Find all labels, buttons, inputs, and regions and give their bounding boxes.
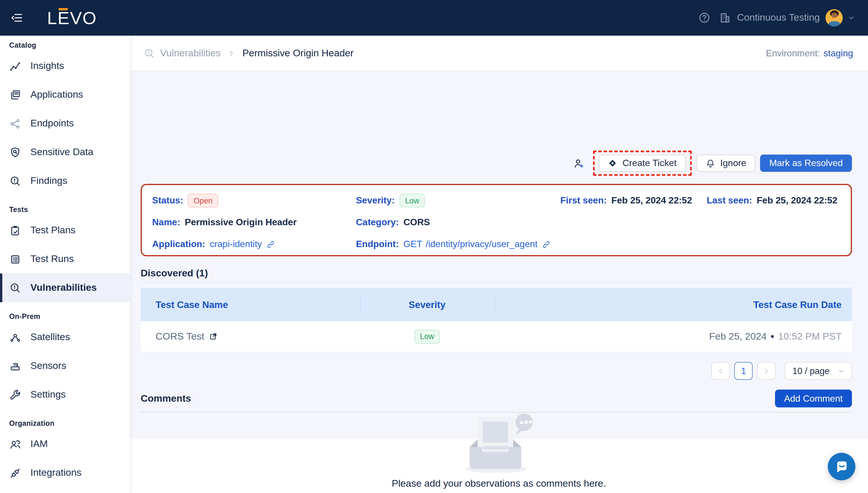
endpoint-path-link[interactable]: /identity/privacy/user_agent <box>426 239 538 249</box>
empty-inbox-illustration <box>456 414 542 473</box>
sidebar-item-settings[interactable]: Settings <box>0 380 130 409</box>
integrations-plug-icon <box>9 467 21 479</box>
severity-badge: Low <box>399 194 425 208</box>
sidebar-item-label: Test Plans <box>30 225 75 236</box>
chat-launcher-button[interactable] <box>828 453 855 480</box>
application-label: Application: <box>152 239 205 249</box>
sidebar-item-label: Sensitive Data <box>30 147 93 158</box>
table-row[interactable]: CORS Test Low Feb 25, 2024•10:52 PM PST <box>141 321 852 352</box>
run-time: 10:52 PM PST <box>778 331 842 342</box>
logo-text: LEVO <box>47 8 97 28</box>
breadcrumb-current: Permissive Origin Header <box>242 47 353 59</box>
sidebar-item-notifications[interactable]: Notifications <box>0 487 130 493</box>
ignore-button[interactable]: Ignore <box>696 154 755 172</box>
environment-value[interactable]: staging <box>823 48 853 58</box>
next-page-button[interactable] <box>757 362 776 380</box>
environment-label: Environment: <box>766 48 820 58</box>
last-seen-label: Last seen: <box>707 195 752 206</box>
pagination: 1 10 / page <box>712 362 852 380</box>
sensors-icon <box>9 360 21 372</box>
sidebar-item-label: Sensors <box>30 360 66 372</box>
sidebar-item-label: Applications <box>30 89 83 101</box>
navbar-right-cluster: Continuous Testing <box>698 9 855 26</box>
satellites-icon <box>9 331 21 343</box>
breadcrumb-parent[interactable]: Vulnerabilities <box>160 47 221 59</box>
first-seen-label: First seen: <box>560 195 607 206</box>
first-seen-value: Feb 25, 2024 22:52 <box>611 195 692 206</box>
sidebar-item-label: IAM <box>30 438 48 450</box>
name-label: Name: <box>152 217 180 228</box>
sidebar-item-sensitive-data[interactable]: Sensitive Data <box>0 138 130 167</box>
page-number-button[interactable]: 1 <box>734 362 753 380</box>
severity-label: Severity: <box>356 195 395 206</box>
application-link-icon[interactable] <box>266 240 275 249</box>
iam-users-icon <box>9 438 21 450</box>
sidebar-item-label: Vulnerabilities <box>30 282 97 294</box>
test-case-name: CORS Test <box>156 331 204 342</box>
endpoint-method[interactable]: GET <box>403 239 422 249</box>
help-icon[interactable] <box>698 12 710 24</box>
breadcrumb-bar: Vulnerabilities Permissive Origin Header… <box>130 36 868 71</box>
levo-logo[interactable]: LEVO <box>47 9 97 27</box>
main-content: Create Ticket Ignore Mark as Resolved St… <box>130 71 868 439</box>
applications-icon <box>9 89 21 101</box>
mark-as-resolved-label: Mark as Resolved <box>769 158 843 168</box>
prev-page-button[interactable] <box>712 362 730 380</box>
column-severity: Severity <box>360 299 494 310</box>
sidebar-item-findings[interactable]: Findings <box>0 167 130 195</box>
status-badge: Open <box>188 194 218 208</box>
mark-as-resolved-button[interactable]: Mark as Resolved <box>760 154 852 172</box>
sensitive-data-icon <box>9 146 21 158</box>
external-link-icon[interactable] <box>209 332 217 341</box>
sidebar-item-sensors[interactable]: Sensors <box>0 352 130 380</box>
sidebar-section-organization: Organization <box>9 420 130 430</box>
chevron-down-icon[interactable] <box>847 14 855 22</box>
add-comment-button[interactable]: Add Comment <box>775 390 852 407</box>
organization-icon[interactable] <box>718 12 731 24</box>
name-value: Permissive Origin Header <box>185 217 297 228</box>
chevron-right-icon <box>763 367 771 375</box>
ignore-bell-icon <box>705 158 715 168</box>
sidebar-item-vulnerabilities[interactable]: Vulnerabilities <box>0 274 130 302</box>
sidebar-item-endpoints[interactable]: Endpoints <box>0 109 130 138</box>
discovered-section-title: Discovered (1) <box>141 268 208 279</box>
user-avatar[interactable] <box>825 9 843 26</box>
status-label: Status: <box>152 195 183 206</box>
page-size-value: 10 / page <box>793 366 829 376</box>
sidebar-item-iam[interactable]: IAM <box>0 430 130 458</box>
ignore-label: Ignore <box>720 158 746 168</box>
chat-bubble-icon <box>835 459 849 474</box>
sidebar-section-on-prem: On-Prem <box>9 313 130 323</box>
sidebar-item-applications[interactable]: Applications <box>0 81 130 109</box>
sidebar-item-label: Findings <box>30 175 67 187</box>
endpoint-link-icon[interactable] <box>542 240 551 249</box>
date-separator: • <box>771 331 774 342</box>
application-link[interactable]: crapi-identity <box>210 239 262 249</box>
product-switcher-label[interactable]: Continuous Testing <box>737 12 820 24</box>
insights-icon <box>9 60 21 72</box>
create-ticket-button[interactable]: Create Ticket <box>599 154 686 172</box>
sidebar-item-satellites[interactable]: Satellites <box>0 323 130 352</box>
discovered-divider <box>141 282 852 283</box>
create-ticket-label: Create Ticket <box>622 158 677 168</box>
endpoints-icon <box>9 117 21 130</box>
sidebar-item-test-plans[interactable]: Test Plans <box>0 216 130 245</box>
last-seen-value: Feb 25, 2024 22:52 <box>757 195 837 206</box>
comments-empty-message: Please add your observations as comments… <box>392 478 606 490</box>
sidebar-collapse-icon[interactable] <box>10 11 24 25</box>
sidebar-section-tests: Tests <box>9 206 130 216</box>
discovered-table-header: Test Case Name Severity Test Case Run Da… <box>141 288 852 321</box>
row-severity-badge: Low <box>414 329 440 343</box>
ticket-diamond-icon <box>608 158 617 168</box>
sidebar-item-integrations[interactable]: Integrations <box>0 458 130 487</box>
comments-title: Comments <box>141 393 191 404</box>
page-size-select[interactable]: 10 / page <box>785 362 852 380</box>
comments-header: Comments Add Comment <box>141 390 852 407</box>
vulnerability-detail-panel: Status: Open Severity: Low First seen: F… <box>141 184 852 256</box>
assign-user-icon[interactable] <box>573 157 585 169</box>
sidebar-item-test-runs[interactable]: Test Runs <box>0 245 130 274</box>
environment-selector[interactable]: Environment: staging <box>766 48 853 58</box>
sidebar-item-insights[interactable]: Insights <box>0 52 130 81</box>
run-date: Feb 25, 2024 <box>709 331 767 342</box>
column-separator <box>494 297 495 313</box>
